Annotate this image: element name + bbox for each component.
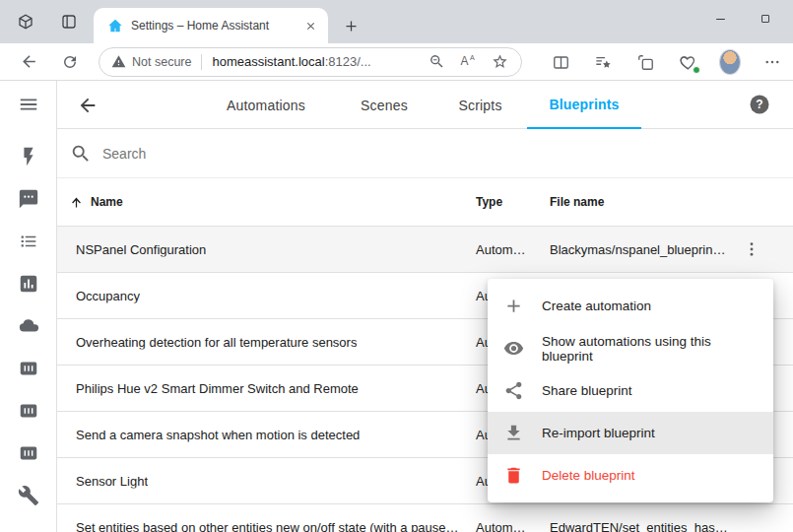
menu-item-reimport-blueprint[interactable]: Re-import blueprint	[488, 412, 773, 454]
ha-header: Automations Scenes Scripts Blueprints ?	[57, 81, 793, 129]
browser-refresh-icon[interactable]	[55, 47, 85, 77]
menu-item-label: Re-import blueprint	[542, 426, 655, 440]
menu-item-label: Delete blueprint	[542, 468, 635, 483]
ha-search-bar	[57, 129, 793, 178]
ha-sidebar	[0, 81, 57, 532]
browser-toolbar: Not secure homeassistant.local:8123/... …	[0, 43, 793, 81]
new-tab-button[interactable]	[339, 14, 363, 37]
help-icon[interactable]: ?	[748, 93, 771, 116]
split-screen-icon[interactable]	[550, 51, 571, 73]
essentials-status-dot	[693, 66, 700, 74]
sidebar-item-hub3-icon[interactable]	[17, 441, 40, 465]
collections-icon[interactable]	[634, 51, 656, 73]
menu-item-share-blueprint[interactable]: Share blueprint	[488, 369, 773, 412]
download-icon	[503, 423, 524, 443]
browser-window: Settings – Home Assistant	[0, 0, 793, 532]
row-type: Autom…	[476, 242, 526, 257]
column-header-type[interactable]: Type	[476, 195, 502, 209]
sidebar-menu-icon[interactable]	[17, 93, 40, 116]
sidebar-item-logbook-icon[interactable]	[17, 230, 40, 253]
column-header-file-name[interactable]: File name	[550, 195, 604, 209]
tab-title: Settings – Home Assistant	[131, 19, 300, 33]
text-size-icon[interactable]: AA	[456, 50, 480, 74]
window-maximize-button[interactable]	[743, 0, 788, 37]
svg-text:A: A	[460, 54, 468, 68]
row-file-name: EdwardTEN/set_entities_has…	[550, 520, 728, 532]
sidebar-item-hub1-icon[interactable]	[17, 357, 40, 380]
plus-icon	[503, 296, 524, 316]
search-input[interactable]	[102, 146, 418, 162]
sidebar-items	[17, 145, 40, 507]
svg-text:A: A	[470, 54, 475, 62]
trash-icon	[503, 465, 524, 486]
tab-overview-icon[interactable]	[55, 8, 83, 35]
window-close-button[interactable]	[788, 0, 793, 37]
menu-item-label: Share blueprint	[542, 383, 632, 398]
tab-scripts[interactable]: Scripts	[433, 81, 527, 129]
table-row[interactable]: Set entities based on other entities new…	[57, 504, 793, 532]
sort-ascending-icon[interactable]	[69, 195, 84, 210]
not-secure-warning-icon	[111, 54, 126, 69]
table-row[interactable]: NSPanel Configuration Autom… Blackymas/n…	[57, 227, 793, 273]
row-name: Set entities based on other entities new…	[76, 520, 460, 532]
zoom-out-icon[interactable]	[425, 50, 448, 74]
sidebar-item-cloud-icon[interactable]	[17, 314, 40, 338]
favorite-star-icon[interactable]	[488, 50, 511, 74]
svg-text:?: ?	[756, 98, 762, 111]
browser-menu-icon[interactable]	[761, 51, 783, 73]
profile-avatar[interactable]	[719, 51, 741, 73]
tab-automations[interactable]: Automations	[197, 81, 335, 129]
browser-tab[interactable]: Settings – Home Assistant	[94, 8, 328, 43]
menu-item-show-automations[interactable]: Show automations using this blueprint	[488, 327, 773, 369]
row-overflow-menu-icon[interactable]	[740, 237, 763, 261]
share-icon	[503, 380, 524, 401]
tab-blueprints[interactable]: Blueprints	[527, 81, 641, 129]
avatar-image	[719, 49, 741, 75]
row-name: Sensor Light	[76, 474, 148, 489]
url-path: :8123/...	[325, 54, 371, 69]
ha-back-icon[interactable]	[74, 92, 101, 119]
row-name: Overheating detection for all temperatur…	[76, 335, 357, 350]
menu-item-label: Show automations using this blueprint	[542, 334, 758, 364]
browser-tabstrip: Settings – Home Assistant	[0, 0, 793, 43]
menu-item-delete-blueprint[interactable]: Delete blueprint	[488, 454, 773, 497]
window-controls	[697, 0, 793, 37]
home-assistant-logo-icon	[107, 18, 123, 33]
row-name: Occupancy	[76, 289, 140, 303]
sidebar-item-hub2-icon[interactable]	[17, 399, 40, 423]
tabstrip-left-icons	[12, 0, 83, 43]
url-text[interactable]: homeassistant.local:8123/...	[212, 54, 370, 69]
omnibox-divider	[201, 54, 202, 70]
menu-item-create-automation[interactable]: Create automation	[488, 285, 773, 327]
workspaces-icon[interactable]	[12, 8, 39, 35]
blueprint-context-menu: Create automation Show automations using…	[488, 279, 773, 502]
row-file-name: Blackymas/nspanel_blueprin…	[550, 242, 725, 257]
menu-item-label: Create automation	[542, 299, 651, 313]
address-bar[interactable]: Not secure homeassistant.local:8123/... …	[99, 47, 522, 77]
column-header-name[interactable]: Name	[91, 195, 123, 209]
tab-close-icon[interactable]	[300, 16, 320, 35]
search-icon	[70, 143, 92, 165]
window-minimize-button[interactable]	[697, 0, 743, 37]
row-type: Autom…	[476, 520, 526, 532]
tab-scenes[interactable]: Scenes	[335, 81, 433, 129]
row-name: Send a camera snapshot when motion is de…	[76, 428, 360, 442]
sidebar-item-energy-icon[interactable]	[17, 145, 40, 168]
toolbar-right-icons	[550, 43, 783, 81]
eye-icon	[503, 338, 524, 359]
browser-back-icon[interactable]	[14, 47, 43, 77]
security-label[interactable]: Not secure	[132, 55, 191, 69]
browser-essentials-icon[interactable]	[677, 51, 698, 73]
row-name: Philips Hue v2 Smart Dimmer Switch and R…	[76, 381, 359, 396]
sidebar-item-assist-icon[interactable]	[17, 187, 40, 211]
favorites-hub-icon[interactable]	[592, 51, 614, 73]
row-name: NSPanel Configuration	[76, 242, 206, 257]
sidebar-item-settings-icon[interactable]	[17, 484, 40, 507]
url-host: homeassistant.local	[212, 54, 324, 69]
ha-nav-tabs: Automations Scenes Scripts Blueprints	[197, 81, 641, 129]
sidebar-item-history-icon[interactable]	[17, 272, 40, 296]
table-header: Name Type File name	[57, 178, 793, 227]
